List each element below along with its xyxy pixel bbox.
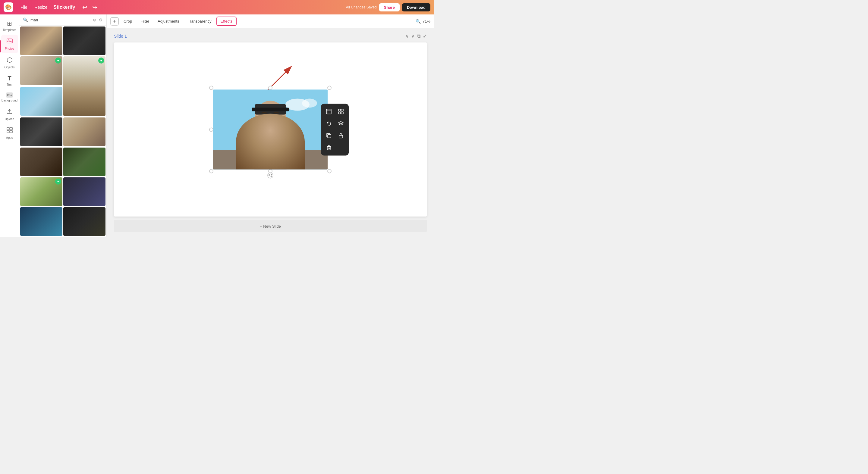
- handle-top-right[interactable]: [327, 86, 332, 90]
- photos-icon: [6, 38, 13, 46]
- sidebar-item-objects[interactable]: Objects: [1, 53, 18, 72]
- zoom-display: 🔍 71%: [415, 19, 430, 24]
- canvas-photo: S: [213, 90, 328, 170]
- svg-rect-22: [327, 109, 331, 114]
- float-split-button[interactable]: [336, 106, 346, 117]
- svg-point-10: [302, 99, 317, 108]
- sidebar-label-templates: Templates: [3, 28, 17, 32]
- svg-rect-3: [10, 127, 12, 130]
- svg-rect-14: [265, 123, 276, 135]
- photo-thumb-3[interactable]: ♥: [20, 56, 62, 86]
- svg-point-18: [262, 114, 267, 118]
- favorite-badge-4: ♥: [98, 58, 104, 64]
- svg-rect-17: [252, 108, 289, 111]
- new-slide-label: + New Slide: [260, 224, 281, 229]
- main-layout: ⊞ Templates Photos Objects T: [0, 14, 434, 237]
- filter-icon[interactable]: ⚙: [99, 18, 103, 22]
- upload-icon: [6, 108, 13, 116]
- photo-thumb-12[interactable]: [20, 207, 62, 236]
- templates-icon: ⊞: [7, 20, 12, 27]
- float-copy-button[interactable]: [323, 130, 334, 141]
- slide-up-button[interactable]: ∧: [405, 33, 409, 39]
- search-icon: 🔍: [23, 18, 28, 22]
- svg-rect-23: [338, 109, 341, 111]
- handle-bottom-right[interactable]: [327, 169, 332, 173]
- float-layers-button[interactable]: [336, 118, 346, 129]
- slide-duplicate-button[interactable]: ⧉: [417, 33, 421, 39]
- photo-thumb-10[interactable]: ♥: [20, 177, 62, 206]
- sidebar-item-upload[interactable]: Upload: [1, 105, 18, 124]
- photo-thumb-9[interactable]: [63, 147, 105, 176]
- tab-effects[interactable]: Effects: [216, 16, 237, 26]
- slide-controls: ∧ ∨ ⧉ ⤢: [405, 33, 427, 39]
- photo-thumb-8[interactable]: [20, 147, 62, 176]
- favorite-badge-10: ♥: [55, 178, 61, 184]
- svg-point-1: [8, 40, 9, 41]
- photo-thumb-5[interactable]: [20, 87, 62, 117]
- tab-filter[interactable]: Filter: [137, 17, 153, 25]
- photo-thumb-11[interactable]: [63, 177, 105, 206]
- canvas-area: + Crop Filter Adjustments Transparency E…: [107, 14, 434, 237]
- svg-rect-11: [213, 150, 328, 170]
- sidebar-item-apps[interactable]: Apps: [1, 124, 18, 142]
- tab-adjustments[interactable]: Adjustments: [154, 17, 183, 25]
- float-lock-button[interactable]: [336, 130, 346, 141]
- slide-title: Slide 1: [114, 34, 127, 39]
- clear-search-icon[interactable]: ⊗: [93, 18, 96, 22]
- apps-icon: [6, 127, 13, 135]
- svg-rect-25: [338, 112, 341, 114]
- tab-crop[interactable]: Crop: [120, 17, 135, 25]
- left-sidebar: ⊞ Templates Photos Objects T: [0, 14, 19, 237]
- tab-transparency[interactable]: Transparency: [184, 17, 215, 25]
- zoom-level: 71%: [423, 19, 430, 24]
- file-menu[interactable]: File: [18, 4, 30, 11]
- photo-thumb-6[interactable]: [20, 117, 62, 146]
- search-input[interactable]: [30, 18, 90, 22]
- photo-thumb-4[interactable]: ♥: [63, 56, 105, 116]
- slide-down-button[interactable]: ∨: [411, 33, 415, 39]
- photo-thumb-13[interactable]: [63, 207, 105, 236]
- slide-header: Slide 1 ∧ ∨ ⧉ ⤢: [114, 33, 427, 39]
- share-button[interactable]: Share: [379, 3, 400, 11]
- undo-button[interactable]: ↩: [81, 2, 89, 12]
- photo-thumb-2[interactable]: [63, 27, 105, 56]
- photo-thumb-1[interactable]: [20, 27, 62, 56]
- svg-rect-0: [7, 39, 12, 43]
- sidebar-item-templates[interactable]: ⊞ Templates: [1, 17, 18, 35]
- sidebar-label-photos: Photos: [5, 47, 14, 50]
- rotate-handle[interactable]: [267, 173, 273, 178]
- photos-grid: ♥ ♥: [19, 26, 106, 237]
- active-sidebar-indicator: [0, 40, 1, 53]
- sidebar-item-background[interactable]: BG Background: [1, 90, 18, 105]
- float-delete-button[interactable]: [323, 142, 334, 153]
- app-name: Stickerify: [53, 4, 75, 10]
- search-bar: 🔍 ⊗ ⚙: [19, 14, 106, 26]
- new-slide-bar[interactable]: + New Slide: [114, 220, 427, 232]
- float-refresh-button[interactable]: [323, 118, 334, 129]
- resize-menu[interactable]: Resize: [32, 4, 50, 11]
- photo-thumb-7[interactable]: [63, 117, 105, 146]
- handle-top-left[interactable]: [209, 86, 213, 90]
- float-resize-button[interactable]: [323, 106, 334, 117]
- download-button[interactable]: Download: [402, 3, 430, 11]
- svg-point-20: [261, 124, 279, 131]
- slide-expand-button[interactable]: ⤢: [423, 33, 427, 39]
- sidebar-item-photos[interactable]: Photos: [1, 35, 18, 53]
- redo-button[interactable]: ↪: [91, 2, 98, 12]
- svg-rect-5: [10, 130, 12, 133]
- sidebar-item-text[interactable]: T Text: [1, 72, 18, 90]
- sidebar-label-apps: Apps: [6, 136, 13, 139]
- handle-top-mid[interactable]: [268, 86, 273, 90]
- background-icon: BG: [6, 93, 13, 98]
- floating-toolbar: [321, 104, 349, 156]
- toolbar: + Crop Filter Adjustments Transparency E…: [107, 14, 434, 28]
- slide-canvas[interactable]: S: [114, 42, 427, 216]
- svg-rect-12: [252, 132, 288, 170]
- handle-mid-left[interactable]: [209, 127, 213, 132]
- svg-rect-29: [339, 135, 343, 138]
- svg-point-19: [274, 114, 279, 118]
- canvas-selected-image[interactable]: S: [213, 90, 328, 170]
- add-element-button[interactable]: +: [110, 17, 119, 26]
- slide-area: Slide 1 ∧ ∨ ⧉ ⤢: [107, 28, 434, 237]
- handle-bottom-left[interactable]: [209, 169, 213, 173]
